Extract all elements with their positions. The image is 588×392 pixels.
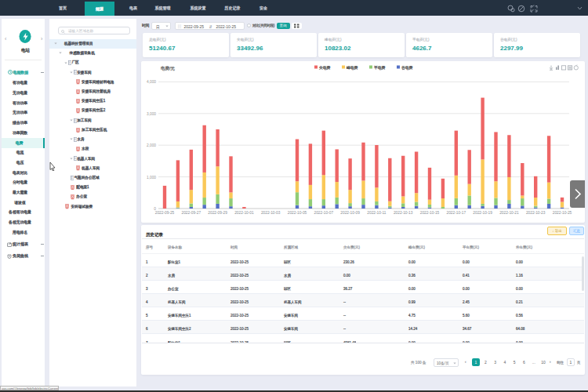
svg-text:2022-10-11: 2022-10-11 [367,211,387,215]
svg-text:4,000: 4,000 [147,80,156,84]
svg-text:峰电费: 峰电费 [347,66,358,70]
svg-text:谷电费: 谷电费 [401,66,413,71]
svg-text:2022-10-01: 2022-10-01 [234,211,254,215]
svg-text:2022-10-17: 2022-10-17 [447,211,466,215]
svg-text:1,000: 1,000 [147,176,156,180]
svg-text:2022-10-15: 2022-10-15 [420,211,440,215]
svg-text:平电费: 平电费 [374,65,386,70]
svg-text:2022-10-03: 2022-10-03 [261,211,281,215]
svg-text:2022-10-09: 2022-10-09 [340,211,360,215]
svg-text:尖电费: 尖电费 [319,66,331,70]
svg-text:2022-10-21: 2022-10-21 [499,211,519,215]
svg-text:2022-10-07: 2022-10-07 [314,211,334,215]
svg-text:电费/元: 电费/元 [161,66,176,71]
svg-text:2022-10-19: 2022-10-19 [473,211,492,215]
svg-text:2022-10-05: 2022-10-05 [288,211,307,215]
svg-text:2022-09-25: 2022-09-25 [155,211,175,215]
svg-text:2022-09-29: 2022-09-29 [208,211,227,215]
svg-text:3,000: 3,000 [147,112,156,116]
svg-text:2022-09-27: 2022-09-27 [182,211,201,215]
svg-text:2,000: 2,000 [147,143,156,147]
svg-text:2022-10-13: 2022-10-13 [394,211,413,215]
svg-text:2022-10-23: 2022-10-23 [526,211,546,215]
svg-text:2022-10-25: 2022-10-25 [553,211,572,215]
